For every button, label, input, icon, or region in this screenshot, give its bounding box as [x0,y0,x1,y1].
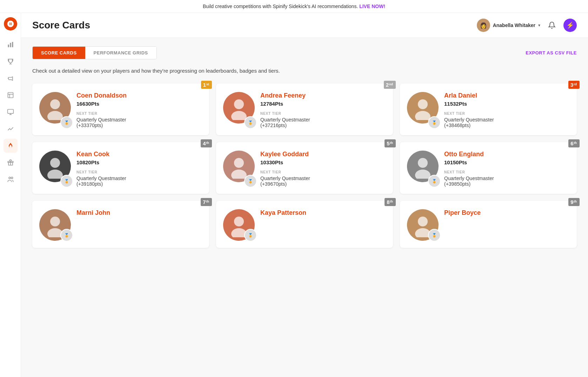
next-tier-label: NEXT TIER [444,112,570,115]
tier-badge: 🏅 [244,229,257,242]
score-card[interactable]: 🏅 Arla Daniel 11532Pts NEXT TIER Quarter… [400,84,577,135]
sidebar-logo[interactable] [4,17,17,31]
card-right: Kean Cook 10820Pts NEXT TIER Quarterly Q… [76,151,202,187]
tier-name: Quarterly Questmaster [76,176,202,181]
svg-rect-6 [7,110,13,114]
player-points: 11532Pts [444,101,570,107]
player-name: Coen Donaldson [76,92,202,99]
svg-point-26 [50,217,60,226]
player-points: 16630Pts [76,101,202,107]
tier-pts: (+39670pts) [260,181,386,187]
header: Score Cards 👩 Anabella Whitaker ▾ ⚡ [21,13,588,38]
svg-point-12 [9,177,11,179]
card-right: Otto England 10150Pts NEXT TIER Quarterl… [444,151,570,187]
tier-badge: 🏅 [428,229,441,242]
player-points: 12784Pts [260,101,386,107]
svg-rect-0 [8,45,9,47]
svg-rect-1 [10,43,11,47]
player-name: Piper Boyce [444,209,570,217]
card-right: Kaya Patterson [260,209,386,241]
score-card[interactable]: 🏅 Otto England 10150Pts NEXT TIER Quarte… [400,142,577,194]
tier-badge: 🏅 [244,175,257,187]
tier-name: Quarterly Questmaster [444,176,570,181]
score-card[interactable]: 🏅 Kaya Patterson 8th [216,201,393,248]
notification-bell[interactable] [546,19,558,31]
player-points: 10820Pts [76,159,202,165]
svg-rect-2 [12,42,13,47]
sidebar-item-megaphone[interactable] [4,71,18,85]
sidebar [0,13,21,377]
player-name: Marni John [76,209,202,217]
sidebar-item-chart-line[interactable] [4,122,18,136]
tab-performance-grids[interactable]: PERFORMANCE GRIDS [85,47,156,59]
player-points: 10330Pts [260,159,386,165]
tab-score-cards[interactable]: SCORE CARDS [33,47,85,59]
sidebar-item-users[interactable] [4,172,18,186]
rank-suffix: st [206,82,209,86]
rank-badge: 4th [201,139,212,147]
banner-cta[interactable]: LIVE NOW! [359,4,385,9]
next-tier-label: NEXT TIER [76,170,202,174]
lightning-button[interactable]: ⚡ [563,19,577,32]
player-points: 10150Pts [444,159,570,165]
cards-row: 🏅 Marni John 7th 🏅 Kaya Patter [32,201,577,248]
svg-point-15 [47,111,63,120]
description-text: Check out a detailed view on your player… [32,68,577,74]
rank-number: 6 [570,140,573,146]
sidebar-item-fire[interactable] [4,139,18,153]
user-info[interactable]: 👩 Anabella Whitaker ▾ [477,19,540,32]
card-left: 🏅 [223,92,255,128]
svg-point-30 [418,217,428,226]
score-card[interactable]: 🏅 Kean Cook 10820Pts NEXT TIER Quarterly… [32,142,209,194]
player-name: Arla Daniel [444,92,570,99]
tier-name: Quarterly Questmaster [76,117,202,123]
svg-point-28 [234,217,244,226]
rank-suffix: th [574,200,577,203]
cards-row: 🏅 Kean Cook 10820Pts NEXT TIER Quarterly… [32,142,577,194]
rank-badge: 1st [201,81,212,89]
rank-badge: 8th [385,198,396,206]
score-card[interactable]: 🏅 Kaylee Goddard 10330Pts NEXT TIER Quar… [216,142,393,194]
card-left: 🏅 [39,151,71,187]
player-name: Kaylee Goddard [260,151,386,158]
score-card[interactable]: 🏅 Piper Boyce 9th [400,201,577,248]
main-content: SCORE CARDS PERFORMANCE GRIDS EXPORT AS … [21,38,588,377]
card-left: 🏅 [223,151,255,187]
card-right: Marni John [76,209,202,241]
sidebar-item-analytics[interactable] [4,38,18,52]
sidebar-item-trophy[interactable] [4,54,18,68]
tabs: SCORE CARDS PERFORMANCE GRIDS [32,46,157,59]
rank-suffix: th [206,141,209,145]
tier-pts: (+39180pts) [76,181,202,187]
tier-badge: 🏅 [60,116,73,129]
next-tier-label: NEXT TIER [76,112,202,115]
sidebar-item-monitor[interactable] [4,105,18,119]
score-card[interactable]: 🏅 Coen Donaldson 16630Pts NEXT TIER Quar… [32,84,209,135]
card-left: 🏅 [407,151,439,187]
user-name: Anabella Whitaker [493,22,535,28]
sidebar-item-gift[interactable] [4,156,18,170]
svg-point-16 [234,99,244,109]
card-left: 🏅 [223,209,255,241]
tier-name: Quarterly Questmaster [260,176,386,181]
card-left: 🏅 [39,92,71,128]
sidebar-item-newspaper[interactable] [4,88,18,102]
rank-badge: 7th [201,198,212,206]
score-card[interactable]: 🏅 Andrea Feeney 12784Pts NEXT TIER Quart… [216,84,393,135]
player-name: Otto England [444,151,570,158]
svg-point-22 [234,158,244,168]
svg-point-14 [50,99,60,109]
rank-number: 8 [387,199,389,205]
svg-point-25 [415,170,430,179]
card-right: Arla Daniel 11532Pts NEXT TIER Quarterly… [444,92,570,128]
score-card[interactable]: 🏅 Marni John 7th [32,201,209,248]
tier-badge: 🏅 [244,116,257,129]
export-csv-link[interactable]: EXPORT AS CSV FILE [526,50,577,55]
next-tier-label: NEXT TIER [260,112,386,115]
avatar: 👩 [477,19,490,32]
tier-badge: 🏅 [428,175,441,187]
rank-number: 1 [203,82,206,88]
top-banner: Build creative competitions with Spinify… [0,0,588,13]
rank-badge: 5th [385,139,396,147]
tier-name: Quarterly Questmaster [260,117,386,123]
